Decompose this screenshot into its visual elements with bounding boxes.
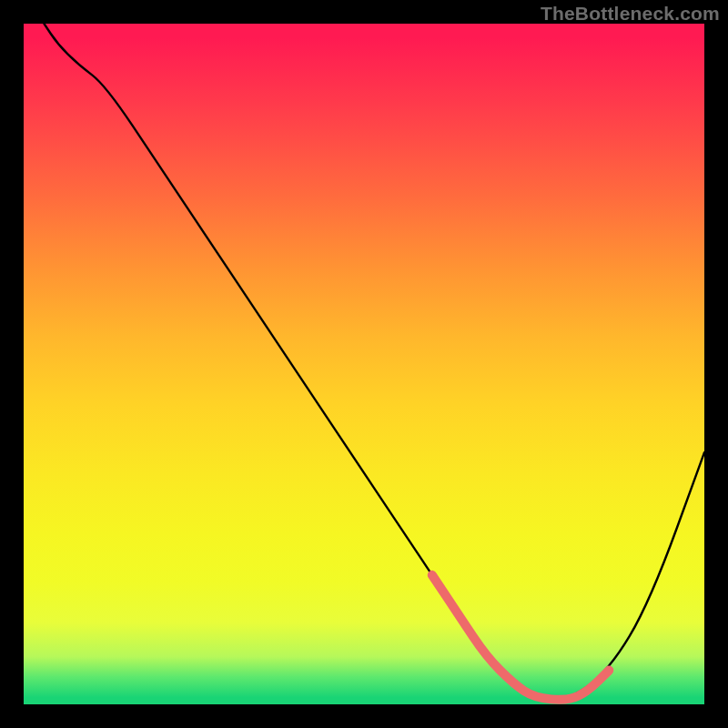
- watermark-text: TheBottleneck.com: [541, 3, 720, 25]
- plot-area: [24, 24, 704, 704]
- highlight-segment: [432, 575, 609, 700]
- bottleneck-curve: [44, 24, 704, 700]
- chart-frame: TheBottleneck.com: [0, 0, 728, 728]
- chart-svg: [24, 24, 704, 704]
